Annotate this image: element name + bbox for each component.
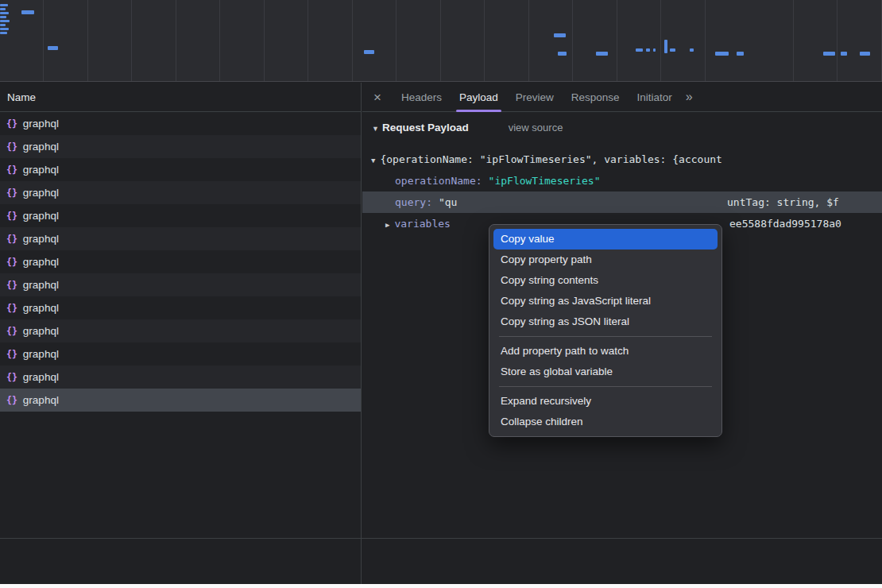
json-braces-icon: {}	[6, 303, 17, 314]
timeline-bar	[0, 28, 9, 30]
request-payload-section-header[interactable]: ▼ Request Payload view source	[362, 122, 882, 142]
detail-tab-bar: × HeadersPayloadPreviewResponseInitiator…	[362, 83, 882, 112]
property-key: operationName:	[395, 175, 482, 187]
network-request-list-panel: Name {}graphql{}graphql{}graphql{}graphq…	[0, 83, 362, 588]
timeline-bar	[0, 12, 9, 14]
request-name: graphql	[23, 210, 59, 222]
timeline-bar	[860, 52, 870, 56]
query-value-left-fragment: "qu	[439, 196, 457, 208]
timeline-bar	[48, 46, 58, 50]
property-string-value: "ipFlowTimeseries"	[489, 175, 601, 187]
network-request-row[interactable]: {}graphql	[0, 319, 361, 342]
timeline-bar	[364, 50, 374, 54]
menu-item-copy-value[interactable]: Copy value	[493, 229, 718, 250]
menu-item-copy-string-as-json-literal[interactable]: Copy string as JSON literal	[493, 311, 718, 332]
collapse-arrow-icon[interactable]: ▼	[371, 157, 375, 164]
payload-json-tree: ▼{operationName: "ipFlowTimeseries", var…	[362, 149, 882, 234]
json-braces-icon: {}	[6, 280, 17, 291]
json-braces-icon: {}	[6, 188, 17, 199]
request-name: graphql	[23, 371, 59, 383]
timeline-bar	[0, 32, 7, 34]
network-request-row[interactable]: {}graphql	[0, 389, 361, 412]
tab-initiator[interactable]: Initiator	[629, 83, 681, 112]
network-overview-strip[interactable]	[0, 0, 882, 82]
menu-item-copy-string-contents[interactable]: Copy string contents	[493, 270, 718, 291]
menu-item-copy-string-as-javascript-literal[interactable]: Copy string as JavaScript literal	[493, 291, 718, 311]
payload-root-line[interactable]: ▼{operationName: "ipFlowTimeseries", var…	[362, 149, 882, 170]
json-braces-icon: {}	[6, 141, 17, 153]
timeline-bar	[558, 52, 567, 56]
network-request-row[interactable]: {}graphql	[0, 250, 361, 273]
page-background-strip	[0, 584, 882, 588]
request-name: graphql	[23, 141, 59, 153]
timeline-bar	[0, 16, 6, 18]
payload-query-line[interactable]: query:"qu untTag: string, $f	[362, 191, 882, 213]
timeline-bar	[646, 48, 650, 52]
tab-headers[interactable]: Headers	[393, 83, 451, 112]
menu-separator	[499, 336, 712, 337]
timeline-bar	[737, 52, 744, 56]
property-key: variables	[394, 218, 450, 230]
request-name: graphql	[23, 394, 59, 406]
json-braces-icon: {}	[6, 164, 17, 176]
tab-payload[interactable]: Payload	[451, 83, 507, 112]
devtools-window: Name {}graphql{}graphql{}graphql{}graphq…	[0, 0, 882, 588]
footer-divider	[0, 538, 882, 539]
network-request-row[interactable]: {}graphql	[0, 112, 361, 135]
request-name: graphql	[23, 279, 59, 291]
timeline-bar	[841, 52, 847, 56]
request-list: {}graphql{}graphql{}graphql{}graphql{}gr…	[0, 112, 361, 412]
request-name: graphql	[23, 164, 59, 176]
close-icon[interactable]: ×	[373, 83, 381, 112]
request-name: graphql	[23, 302, 59, 314]
timeline-bar	[0, 24, 6, 26]
network-request-row[interactable]: {}graphql	[0, 158, 361, 181]
request-name: graphql	[23, 187, 59, 199]
detail-tabs: HeadersPayloadPreviewResponseInitiator	[393, 83, 681, 112]
json-braces-icon: {}	[6, 326, 17, 337]
request-name: graphql	[23, 233, 59, 245]
timeline-bar	[670, 48, 675, 52]
payload-tab-content: ▼ Request Payload view source ▼{operatio…	[362, 112, 882, 234]
timeline-bar	[596, 52, 608, 56]
menu-item-copy-property-path[interactable]: Copy property path	[493, 250, 718, 270]
network-request-row[interactable]: {}graphql	[0, 135, 361, 158]
menu-item-expand-recursively[interactable]: Expand recursively	[493, 391, 718, 412]
timeline-bar	[823, 52, 835, 56]
json-braces-icon: {}	[6, 211, 17, 222]
request-name: graphql	[23, 325, 59, 337]
menu-separator	[499, 386, 712, 387]
network-request-row[interactable]: {}graphql	[0, 296, 361, 319]
json-braces-icon: {}	[6, 372, 17, 383]
json-braces-icon: {}	[6, 234, 17, 245]
json-braces-icon: {}	[6, 257, 17, 268]
menu-item-collapse-children[interactable]: Collapse children	[493, 412, 718, 432]
network-request-row[interactable]: {}graphql	[0, 342, 361, 366]
json-braces-icon: {}	[6, 395, 17, 406]
collapse-arrow-icon[interactable]: ▼	[372, 125, 379, 133]
timeline-bar	[0, 8, 6, 10]
network-request-row[interactable]: {}graphql	[0, 204, 361, 227]
tab-preview[interactable]: Preview	[507, 83, 563, 112]
timeline-bar	[664, 40, 667, 53]
more-tabs-icon[interactable]: »	[686, 90, 693, 104]
network-request-row[interactable]: {}graphql	[0, 181, 361, 204]
timeline-bar	[554, 33, 566, 37]
network-request-row[interactable]: {}graphql	[0, 227, 361, 250]
network-request-row[interactable]: {}graphql	[0, 366, 361, 389]
menu-item-add-property-path-to-watch[interactable]: Add property path to watch	[493, 341, 718, 362]
menu-item-store-as-global-variable[interactable]: Store as global variable	[493, 362, 718, 382]
tab-response[interactable]: Response	[563, 83, 629, 112]
timeline-bar	[0, 4, 8, 6]
json-braces-icon: {}	[6, 118, 17, 130]
variables-value-right-fragment: ee5588fdad995178a0	[729, 213, 841, 234]
view-source-link[interactable]: view source	[509, 122, 563, 133]
property-key: query:	[395, 196, 432, 208]
request-name: graphql	[23, 118, 59, 130]
timeline-bar	[653, 48, 656, 52]
name-column-header[interactable]: Name	[0, 83, 361, 112]
network-request-row[interactable]: {}graphql	[0, 273, 361, 296]
payload-operationname-line[interactable]: operationName:"ipFlowTimeseries"	[362, 170, 882, 191]
expand-arrow-icon[interactable]: ▶	[385, 221, 389, 229]
timeline-bar	[21, 10, 34, 14]
